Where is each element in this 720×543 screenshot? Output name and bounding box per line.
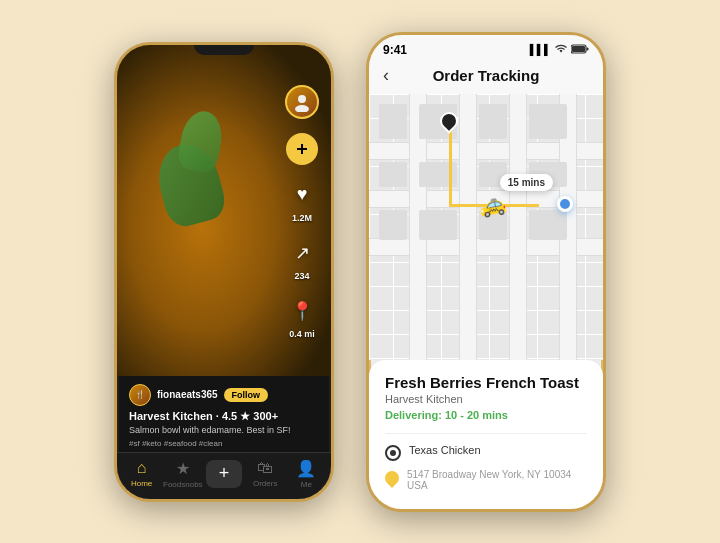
food-image: ♥ 1.2M ↗ 234 📍 0.4 mi bbox=[117, 45, 331, 376]
svg-rect-5 bbox=[572, 46, 585, 52]
restaurant-name: Harvest Kitchen · 4.5 ★ 300+ bbox=[129, 410, 319, 423]
post-info: 🍴 fionaeats365 Follow Harvest Kitchen · … bbox=[117, 376, 331, 452]
back-button[interactable]: ‹ bbox=[383, 65, 389, 86]
distance-label: 0.4 mi bbox=[289, 329, 315, 339]
header-bar: ‹ Order Tracking bbox=[369, 61, 603, 94]
right-phone: 9:41 ▌▌▌ ‹ Order Tracking bbox=[366, 32, 606, 512]
svg-point-0 bbox=[298, 95, 306, 103]
divider bbox=[385, 433, 587, 434]
status-bar: 9:41 ▌▌▌ bbox=[369, 35, 603, 61]
page-title: Order Tracking bbox=[433, 67, 540, 84]
nav-foodsnobs[interactable]: ★ Foodsnobs bbox=[162, 459, 203, 489]
block10 bbox=[419, 210, 457, 240]
delivery-info: 5147 Broadway New York, NY 10034 USA bbox=[407, 469, 587, 491]
block1 bbox=[379, 104, 407, 139]
road-v2 bbox=[459, 94, 477, 360]
destination-dot bbox=[557, 196, 573, 212]
user-row: 🍴 fionaeats365 Follow bbox=[129, 384, 319, 406]
route-vertical bbox=[449, 124, 452, 204]
post-hashtags: #sf #keto #seafood #clean bbox=[129, 439, 319, 448]
pickup-info: Texas Chicken bbox=[409, 444, 481, 456]
post-description: Salmon bowl with edamame. Best in SF! bbox=[129, 425, 319, 437]
block9 bbox=[379, 210, 407, 240]
map-area: 🚕 15 mins bbox=[369, 94, 603, 360]
order-info-panel: Fresh Berries French Toast Harvest Kitch… bbox=[369, 360, 603, 509]
delivery-address: 5147 Broadway New York, NY 10034 USA bbox=[407, 469, 587, 491]
pickup-name: Texas Chicken bbox=[409, 444, 481, 456]
left-phone: ♥ 1.2M ↗ 234 📍 0.4 mi 🍴 fionaeats365 Fol… bbox=[114, 42, 334, 502]
block12 bbox=[529, 210, 567, 240]
add-nav-icon: + bbox=[206, 460, 242, 488]
nav-add[interactable]: + bbox=[203, 460, 244, 488]
road-v3 bbox=[509, 94, 527, 360]
share-icon: ↗ bbox=[286, 237, 318, 269]
battery-icon bbox=[571, 44, 589, 56]
nav-me[interactable]: 👤 Me bbox=[286, 459, 327, 489]
order-item-name: Fresh Berries French Toast bbox=[385, 374, 587, 391]
star-icon: ★ bbox=[176, 459, 190, 478]
status-time: 9:41 bbox=[383, 43, 407, 57]
pickup-icon bbox=[385, 445, 401, 461]
action-buttons: ♥ 1.2M ↗ 234 📍 0.4 mi bbox=[285, 85, 319, 339]
share-action[interactable]: ↗ 234 bbox=[286, 237, 318, 281]
svg-point-1 bbox=[295, 105, 309, 112]
block5 bbox=[379, 162, 407, 187]
orders-icon: 🛍 bbox=[257, 459, 273, 477]
block4 bbox=[529, 104, 567, 139]
bottom-nav: ⌂ Home ★ Foodsnobs + 🛍 Orders 👤 Me bbox=[117, 452, 331, 499]
location-icon: 📍 bbox=[286, 295, 318, 327]
follow-button[interactable]: Follow bbox=[224, 388, 269, 402]
home-icon: ⌂ bbox=[137, 459, 147, 477]
signal-icon: ▌▌▌ bbox=[530, 44, 551, 55]
origin-pin bbox=[440, 112, 458, 130]
nav-foodsnobs-label: Foodsnobs bbox=[163, 480, 203, 489]
order-restaurant-name: Harvest Kitchen bbox=[385, 393, 587, 405]
svg-rect-6 bbox=[587, 47, 589, 50]
like-count: 1.2M bbox=[292, 213, 312, 223]
username-label: fionaeats365 bbox=[157, 389, 218, 400]
nav-orders-label: Orders bbox=[253, 479, 277, 488]
location-action[interactable]: 📍 0.4 mi bbox=[286, 295, 318, 339]
delivery-car: 🚕 bbox=[477, 189, 508, 219]
nav-me-label: Me bbox=[301, 480, 312, 489]
nav-home[interactable]: ⌂ Home bbox=[121, 459, 162, 488]
block3 bbox=[479, 104, 507, 139]
poster-avatar bbox=[285, 85, 319, 119]
nav-orders[interactable]: 🛍 Orders bbox=[245, 459, 286, 488]
pickup-location-row: Texas Chicken bbox=[385, 444, 587, 461]
like-action[interactable]: ♥ 1.2M bbox=[286, 179, 318, 223]
notch bbox=[194, 45, 254, 55]
order-status: Delivering: 10 - 20 mins bbox=[385, 409, 587, 421]
add-icon[interactable] bbox=[286, 133, 318, 165]
delivery-location-row: 5147 Broadway New York, NY 10034 USA bbox=[385, 469, 587, 491]
wifi-icon bbox=[555, 44, 567, 56]
profile-icon: 👤 bbox=[296, 459, 316, 478]
map-grid bbox=[369, 94, 603, 360]
user-avatar: 🍴 bbox=[129, 384, 151, 406]
eta-bubble: 15 mins bbox=[500, 174, 553, 191]
status-icons: ▌▌▌ bbox=[530, 44, 589, 56]
share-count: 234 bbox=[294, 271, 309, 281]
delivery-pin-icon bbox=[382, 468, 402, 488]
heart-icon: ♥ bbox=[286, 179, 318, 211]
nav-home-label: Home bbox=[131, 479, 152, 488]
